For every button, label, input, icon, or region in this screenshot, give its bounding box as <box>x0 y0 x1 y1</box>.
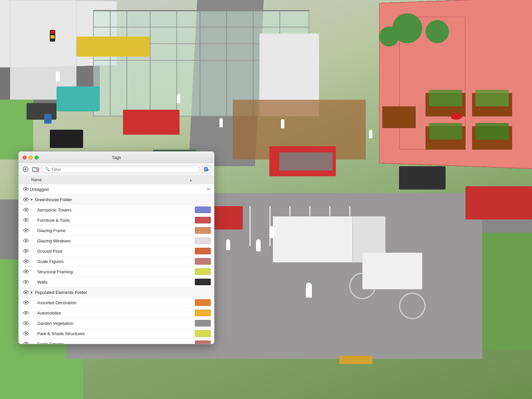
tag-row-park-shade-structures[interactable]: Park & Shade Structures <box>19 329 214 339</box>
svg-point-26 <box>25 343 27 344</box>
svg-point-14 <box>25 219 27 221</box>
filter-input[interactable] <box>52 167 197 172</box>
svg-point-22 <box>25 302 27 304</box>
eye-icon-populated-elements-folder[interactable] <box>22 289 30 296</box>
eye-icon-glazing-windows[interactable] <box>22 237 30 244</box>
panel-titlebar: Tags <box>19 152 214 163</box>
eye-icon-glazing-frame[interactable] <box>22 227 30 234</box>
tag-row-aeroponic-towers[interactable]: Aeroponic Towers <box>19 205 214 215</box>
tag-row-populated-elements-folder[interactable]: ▼Populated Elements Folder <box>19 287 214 298</box>
tag-name-untagged: Untagged <box>30 187 204 192</box>
tag-row-walls[interactable]: Walls <box>19 277 214 287</box>
eye-icon-automobiles[interactable] <box>22 310 30 316</box>
tag-color-automobiles[interactable] <box>195 310 211 316</box>
eye-icon-walls[interactable] <box>22 279 30 285</box>
svg-point-16 <box>25 240 27 242</box>
eye-icon-scale-figures-gh[interactable] <box>22 258 30 265</box>
eye-icon-structural-framing[interactable] <box>22 268 30 275</box>
tag-list: Untagged✏ ▼Greenhouse Folder Aeroponic T… <box>19 184 214 344</box>
tag-name-glazing-windows: Glazing Windows <box>37 238 195 243</box>
tag-color-park-shade-structures[interactable] <box>195 330 211 337</box>
tag-name-park-shade-structures: Park & Shade Structures <box>37 331 195 336</box>
tag-color-ground-floor[interactable] <box>195 248 211 254</box>
eye-icon-ground-floor[interactable] <box>22 248 30 254</box>
tag-name-scale-figures-pe: Scale Figures <box>37 341 195 344</box>
tag-name-aeroponic-towers: Aeroponic Towers <box>37 207 195 212</box>
folder-triangle-populated-elements-folder[interactable]: ▼ <box>30 291 33 294</box>
eye-icon-garden-vegetation[interactable] <box>22 320 30 327</box>
eye-icon-park-shade-structures[interactable] <box>22 330 30 337</box>
svg-point-12 <box>25 199 27 200</box>
search-icon: 🔍 <box>45 167 50 172</box>
tag-name-assorted-decoration: Assorted Decoration <box>37 300 195 305</box>
tag-name-populated-elements-folder: Populated Elements Folder <box>35 290 211 295</box>
close-button[interactable] <box>23 156 27 160</box>
tag-row-assorted-decoration[interactable]: Assorted Decoration <box>19 298 214 308</box>
add-tag-button[interactable] <box>22 166 29 173</box>
tag-row-glazing-frame[interactable]: Glazing Frame <box>19 225 214 236</box>
svg-point-15 <box>25 230 27 231</box>
tag-row-structural-framing[interactable]: Structural Framing <box>19 267 214 277</box>
tag-color-scale-figures-gh[interactable] <box>195 258 211 265</box>
panel-traffic-lights <box>23 156 39 160</box>
tag-color-assorted-decoration[interactable] <box>195 299 211 306</box>
svg-point-23 <box>25 312 27 314</box>
eye-icon-assorted-decoration[interactable] <box>22 299 30 306</box>
svg-point-13 <box>25 209 27 211</box>
col-name-label[interactable]: Name <box>31 178 188 182</box>
tag-color-scale-figures-pe[interactable] <box>195 340 211 344</box>
eye-icon-greenhouse-folder[interactable] <box>22 196 30 203</box>
svg-point-25 <box>25 333 27 334</box>
tag-color-glazing-windows[interactable] <box>195 237 211 244</box>
tag-name-structural-framing: Structural Framing <box>37 269 195 274</box>
add-folder-button[interactable] <box>32 166 39 173</box>
tag-row-scale-figures-pe[interactable]: Scale Figures <box>19 339 214 344</box>
tag-color-walls[interactable] <box>195 279 211 285</box>
eye-icon-scale-figures-pe[interactable] <box>22 340 30 344</box>
tags-panel: Tags 🔍 <box>18 151 214 344</box>
folder-triangle-greenhouse-folder[interactable]: ▼ <box>30 198 33 201</box>
tag-name-furniture-tools: Furniture & Tools <box>37 218 195 223</box>
tag-color-structural-framing[interactable] <box>195 268 211 275</box>
tag-row-furniture-tools[interactable]: Furniture & Tools <box>19 215 214 225</box>
column-header: Name ▲ <box>19 176 214 184</box>
eye-icon-furniture-tools[interactable] <box>22 217 30 223</box>
eye-icon-aeroponic-towers[interactable] <box>22 206 30 213</box>
maximize-button[interactable] <box>35 156 39 160</box>
col-sort-icon[interactable]: ▲ <box>189 178 193 182</box>
tag-color-aeroponic-towers[interactable] <box>195 206 211 213</box>
svg-point-20 <box>25 281 27 283</box>
svg-point-17 <box>25 250 27 252</box>
tag-name-glazing-frame: Glazing Frame <box>37 228 195 233</box>
svg-point-18 <box>25 261 27 262</box>
tag-name-ground-floor: Ground Floor <box>37 249 195 254</box>
tag-name-automobiles: Automobiles <box>37 311 195 316</box>
tag-color-glazing-frame[interactable] <box>195 227 211 234</box>
pencil-icon-untagged[interactable]: ✏ <box>207 187 211 192</box>
tag-color-garden-vegetation[interactable] <box>195 320 211 327</box>
eye-icon-untagged[interactable] <box>22 186 30 193</box>
tag-row-greenhouse-folder[interactable]: ▼Greenhouse Folder <box>19 195 214 205</box>
tag-row-automobiles[interactable]: Automobiles <box>19 308 214 318</box>
svg-point-11 <box>25 189 27 190</box>
tag-row-garden-vegetation[interactable]: Garden Vegetation <box>19 318 214 329</box>
tag-row-scale-figures-gh[interactable]: Scale Figures <box>19 256 214 267</box>
minimize-button[interactable] <box>29 156 33 160</box>
tag-name-greenhouse-folder: Greenhouse Folder <box>35 197 211 202</box>
svg-point-21 <box>25 292 27 293</box>
tag-name-walls: Walls <box>37 280 195 285</box>
panel-title: Tags <box>112 155 121 160</box>
tag-row-glazing-windows[interactable]: Glazing Windows <box>19 236 214 246</box>
panel-toolbar: 🔍 <box>19 163 214 176</box>
svg-point-19 <box>25 271 27 273</box>
tag-name-scale-figures-gh: Scale Figures <box>37 259 195 264</box>
svg-point-24 <box>25 323 27 324</box>
tag-row-untagged[interactable]: Untagged✏ <box>19 184 214 195</box>
tag-color-furniture-tools[interactable] <box>195 217 211 223</box>
export-button[interactable] <box>202 165 211 174</box>
svg-marker-10 <box>207 169 209 171</box>
filter-input-wrap: 🔍 <box>42 166 200 173</box>
tag-name-garden-vegetation: Garden Vegetation <box>37 321 195 326</box>
tag-row-ground-floor[interactable]: Ground Floor <box>19 246 214 256</box>
